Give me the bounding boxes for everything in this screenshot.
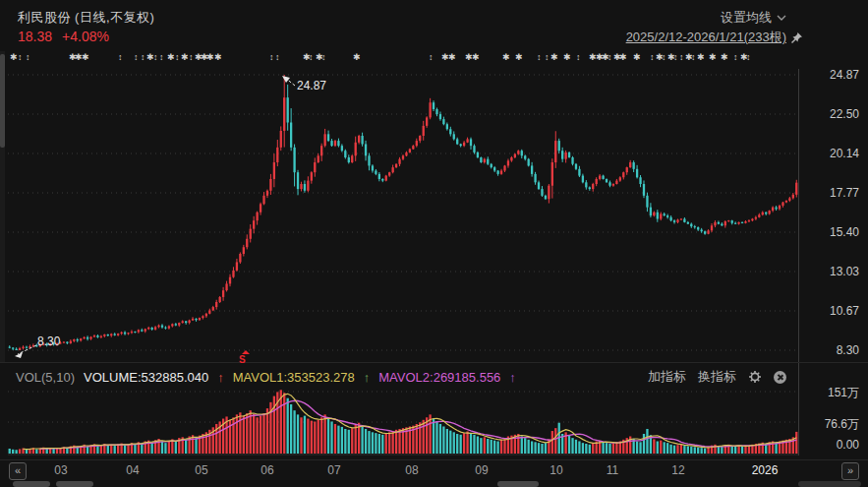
event-arrow-marker-icon[interactable]: ↕ — [691, 52, 696, 62]
event-arrow-marker-icon[interactable]: ↕ — [608, 52, 612, 62]
event-arrow-marker-icon[interactable]: ↕ — [175, 52, 180, 62]
switch-indicator-button[interactable]: 换指标 — [698, 368, 736, 386]
event-arrow-marker-icon[interactable]: ↕ — [26, 52, 30, 62]
announcement-marker-icon[interactable]: ✱ — [82, 52, 89, 62]
time-axis-label: 04 — [111, 463, 154, 477]
time-axis-label: 06 — [246, 463, 289, 477]
volume-axis-label: 76.6万 — [804, 416, 859, 433]
time-axis: « » 030405060708091011122026 — [0, 459, 868, 482]
event-arrow-marker-icon[interactable]: ↕ — [679, 52, 684, 62]
bottom-toolbar-button[interactable] — [13, 481, 50, 487]
announcement-marker-icon[interactable]: ✱ — [206, 52, 214, 62]
event-arrow-marker-icon[interactable]: ↕ — [309, 52, 314, 62]
event-arrow-marker-icon[interactable]: ↕ — [537, 52, 542, 62]
time-axis-label: 05 — [180, 463, 223, 477]
price-axis-label: 10.67 — [804, 304, 859, 318]
event-arrow-marker-icon[interactable]: ↕ — [118, 52, 123, 62]
announcement-marker-icon[interactable]: ✱ — [619, 52, 627, 62]
close-indicator-icon[interactable] — [774, 371, 786, 384]
event-arrow-marker-icon[interactable]: ↕ — [141, 52, 145, 62]
event-arrow-marker-icon[interactable]: ↕ — [275, 52, 280, 62]
event-arrow-marker-icon[interactable]: ↕ — [576, 52, 581, 62]
scroll-right-button[interactable]: » — [841, 462, 859, 480]
time-axis-label: 2026 — [743, 463, 786, 477]
time-axis-label: 09 — [460, 463, 503, 477]
event-arrow-marker-icon[interactable]: ↕ — [650, 52, 655, 62]
bottom-toolbar-button[interactable] — [798, 481, 861, 487]
volume-axis-label: 0.00 — [804, 438, 859, 452]
event-arrow-marker-icon[interactable]: ↕ — [18, 52, 23, 62]
event-arrow-marker-icon[interactable]: ↕ — [189, 52, 194, 62]
event-arrow-marker-icon[interactable]: ↕ — [429, 52, 434, 62]
announcement-marker-icon[interactable]: ✱ — [697, 52, 705, 62]
vol-params-label[interactable]: VOL(5,10) — [16, 370, 75, 385]
mavol2-value: MAVOL2:269185.556 — [378, 370, 500, 385]
mavol1-value: MAVOL1:353523.278 — [233, 370, 355, 385]
time-axis-label: 03 — [39, 463, 83, 477]
time-axis-label: 11 — [591, 463, 634, 477]
price-axis-label: 17.77 — [804, 186, 859, 200]
low-price-annotation: 8.30 — [37, 335, 60, 348]
candlestick-chart-canvas[interactable] — [0, 0, 868, 487]
price-axis-label: 15.40 — [804, 225, 859, 239]
event-arrow-marker-icon[interactable]: ↕ — [733, 52, 738, 62]
event-arrow-marker-icon[interactable]: ↕ — [269, 52, 274, 62]
announcement-marker-icon[interactable]: ✱ — [563, 52, 571, 62]
price-axis-label: 13.03 — [804, 265, 859, 278]
price-axis-label: 22.50 — [804, 107, 859, 121]
volume-up-arrow-icon: ↑ — [217, 370, 224, 385]
announcement-marker-icon[interactable]: ✱ — [550, 52, 558, 62]
announcement-marker-icon[interactable]: ✱ — [502, 52, 510, 62]
time-axis-label: 12 — [657, 463, 700, 477]
price-axis-label: 8.30 — [804, 343, 859, 357]
time-axis-label: 10 — [535, 463, 578, 477]
mavol1-up-arrow-icon: ↑ — [364, 370, 371, 385]
announcement-marker-icon[interactable]: ✱ — [709, 52, 717, 62]
event-arrow-marker-icon[interactable]: ↕ — [545, 52, 550, 62]
stock-chart-window: 利民股份 (日线,不复权) 18.38+4.08% 设置均线 2025/2/12… — [0, 0, 868, 487]
event-arrow-marker-icon[interactable]: ↕ — [134, 52, 139, 62]
event-arrow-marker-icon[interactable]: ↕ — [746, 52, 751, 62]
announcement-marker-icon[interactable]: ✱ — [167, 52, 175, 62]
bottom-toolbar-button[interactable] — [56, 481, 93, 487]
event-arrow-marker-icon[interactable]: ↕ — [673, 52, 678, 62]
announcement-marker-icon[interactable]: ✱ — [515, 52, 523, 62]
announcement-marker-icon[interactable]: ✱ — [721, 52, 728, 62]
event-arrow-marker-icon[interactable]: ↕ — [321, 52, 326, 62]
time-axis-label: 08 — [390, 463, 434, 477]
event-marker-strip: ✱↕↕✱✱✱↕↕↕✱↕↕✱↕✱↕✱✱✱✱↕↕✱↕✱↕✱↕✱✱✱✱✱✱↕↕✱✱↕✱… — [0, 0, 868, 69]
sell-signal-marker[interactable]: S — [239, 351, 246, 365]
bottom-scroll-thumb[interactable] — [497, 481, 539, 487]
event-arrow-marker-icon[interactable]: ↕ — [153, 52, 158, 62]
time-axis-label: 07 — [313, 463, 356, 477]
announcement-marker-icon[interactable]: ✱ — [448, 52, 456, 62]
scroll-left-button[interactable]: « — [9, 462, 27, 480]
announcement-marker-icon[interactable]: ✱ — [10, 52, 18, 62]
announcement-marker-icon[interactable]: ✱ — [181, 52, 189, 62]
announcement-marker-icon[interactable]: ✱ — [353, 52, 361, 62]
peak-price-annotation: 24.87 — [297, 79, 326, 92]
event-arrow-marker-icon[interactable]: ↕ — [662, 52, 666, 62]
announcement-marker-icon[interactable]: ✱ — [633, 52, 641, 62]
add-indicator-button[interactable]: 加指标 — [648, 368, 686, 386]
volume-value: VOLUME:532885.040 — [84, 370, 208, 385]
announcement-marker-icon[interactable]: ✱ — [472, 52, 480, 62]
announcement-marker-icon[interactable]: ✱ — [214, 52, 222, 62]
event-arrow-marker-icon[interactable]: ↕ — [159, 52, 164, 62]
volume-indicator-header: VOL(5,10) VOLUME:532885.040 ↑ MAVOL1:353… — [0, 365, 868, 389]
mavol2-up-arrow-icon: ↑ — [509, 370, 516, 385]
price-axis-label: 20.14 — [804, 147, 859, 160]
price-axis-label: 24.87 — [804, 68, 859, 82]
gear-icon[interactable] — [748, 370, 762, 384]
